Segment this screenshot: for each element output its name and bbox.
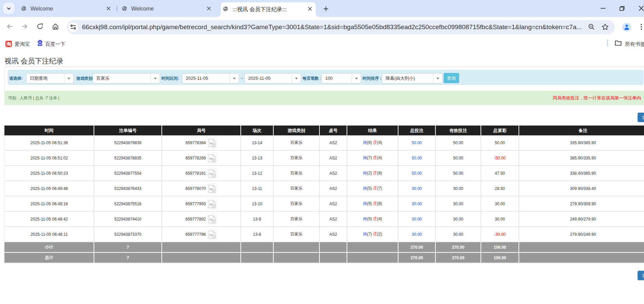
svg-text:du: du (38, 43, 42, 46)
